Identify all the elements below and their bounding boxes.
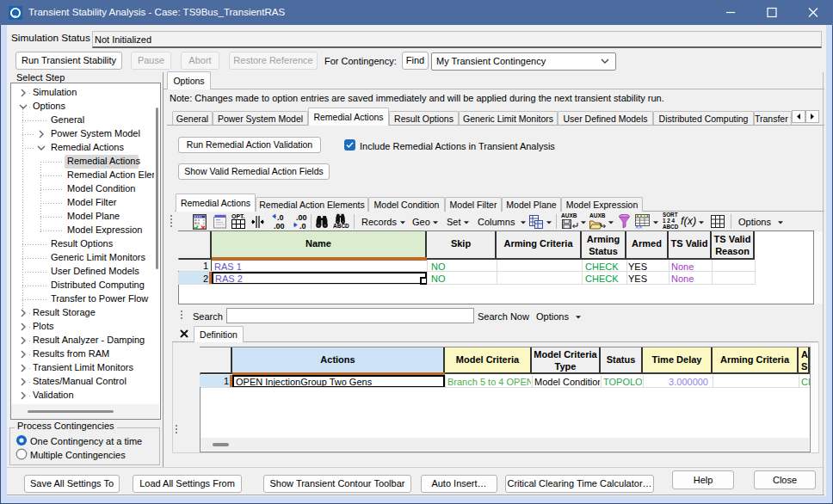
svg-text:.00: .00	[296, 213, 307, 222]
svg-text:OPT.: OPT.	[231, 213, 245, 219]
svg-text:.00: .00	[274, 222, 285, 230]
svg-text:.0: .0	[299, 222, 306, 230]
svg-text:.0: .0	[277, 213, 284, 222]
